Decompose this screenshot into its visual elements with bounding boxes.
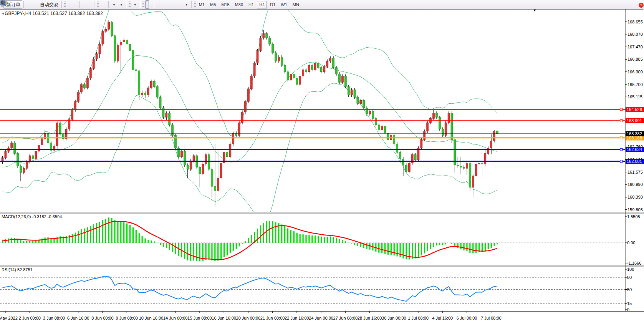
candle — [108, 22, 110, 29]
hline-price-box: 163.991 — [626, 118, 644, 123]
candle — [220, 163, 222, 178]
candle — [86, 78, 88, 88]
candle — [363, 100, 365, 108]
candle — [114, 36, 116, 61]
candle — [399, 153, 401, 159]
candle — [305, 70, 307, 72]
candle — [375, 118, 377, 125]
candle — [35, 151, 37, 159]
candle — [490, 141, 492, 148]
time-axis-label: 1 Jul 08:00 — [408, 316, 429, 320]
candle — [11, 143, 13, 148]
trading-platform-window: 新订单 自动交易 — [0, 0, 644, 320]
price-tick-label: 160.990 — [627, 182, 643, 187]
candle — [457, 165, 459, 166]
candle — [229, 144, 231, 157]
chart-canvas[interactable] — [0, 0, 644, 320]
candle — [187, 165, 189, 169]
candle — [320, 68, 322, 72]
candle — [336, 68, 338, 74]
candle — [14, 143, 16, 154]
candle — [451, 113, 453, 140]
price-tick-label: 166.885 — [627, 57, 643, 61]
candle — [387, 133, 389, 140]
candle — [341, 76, 343, 83]
candle — [71, 110, 73, 119]
candle — [126, 40, 128, 44]
candle — [278, 57, 280, 61]
candle — [424, 131, 425, 139]
candle — [99, 44, 101, 54]
candle — [478, 163, 480, 164]
candle — [135, 70, 137, 71]
candle — [159, 97, 161, 108]
candle — [56, 123, 58, 146]
candle — [484, 153, 486, 164]
candle — [193, 156, 195, 161]
time-axis-label: 6 Jun 16:00 — [67, 316, 89, 320]
candle — [433, 113, 435, 119]
candle — [214, 186, 216, 191]
candle — [232, 133, 234, 144]
candle — [333, 58, 334, 68]
candle — [129, 44, 131, 51]
candle — [111, 22, 113, 36]
candle — [427, 123, 429, 131]
candle — [308, 65, 310, 72]
macd-tick-label: 1.5505 — [627, 214, 640, 219]
candle — [180, 151, 182, 157]
current-price-box: 163.382 — [626, 131, 644, 136]
price-tick-label: 160.390 — [627, 195, 643, 199]
candle — [23, 168, 25, 172]
scroll-end-marker-icon[interactable]: ▼ — [533, 8, 536, 12]
candle — [302, 70, 304, 76]
candle — [497, 131, 498, 134]
candle — [493, 131, 495, 141]
time-axis-label: 10 Jun 16:00 — [139, 316, 164, 320]
time-axis-label: 22 Jun 16:00 — [285, 316, 309, 320]
rsi-tick-label: 15 — [627, 301, 632, 306]
price-tick-label: 167.470 — [627, 45, 643, 49]
candle — [369, 111, 371, 114]
candle — [408, 163, 410, 171]
candle — [414, 154, 416, 160]
candle — [481, 163, 483, 164]
candle — [117, 45, 119, 61]
candle — [156, 86, 158, 97]
candle — [299, 76, 301, 85]
candle — [120, 42, 122, 45]
rsi-tick-label: 0 — [627, 307, 629, 312]
candle — [466, 163, 468, 168]
candle — [311, 65, 313, 70]
time-axis-label: 16 Jun 16:00 — [212, 316, 236, 320]
candle — [102, 32, 104, 44]
rsi-tick-label: 100 — [627, 267, 634, 272]
time-axis-label: 24 Jun 00:00 — [309, 316, 333, 320]
candle — [132, 51, 134, 70]
candle — [32, 156, 34, 159]
candle — [105, 29, 107, 32]
candle — [442, 129, 444, 136]
price-tick-label: 159.805 — [627, 207, 643, 212]
candle — [138, 71, 140, 95]
candle — [38, 145, 40, 151]
candle — [384, 126, 386, 133]
candle — [338, 74, 340, 82]
candle — [272, 44, 274, 53]
time-axis-label: 6 Jul 00:00 — [457, 316, 477, 320]
rsi-tick-label: 50 — [627, 287, 632, 292]
time-axis-label: 9 Jun 08:00 — [116, 316, 138, 320]
candle — [184, 151, 185, 165]
candle — [329, 58, 331, 61]
candle — [20, 166, 22, 173]
candle — [59, 123, 61, 134]
candle — [257, 51, 258, 63]
candle — [435, 113, 437, 118]
candle — [314, 63, 316, 70]
candle — [439, 118, 440, 129]
candle — [17, 153, 19, 166]
candle — [166, 113, 167, 118]
time-axis-label: 4 Jul 16:00 — [432, 316, 453, 320]
macd-tick-label: -1.1666 — [627, 261, 641, 265]
candle — [93, 59, 94, 69]
